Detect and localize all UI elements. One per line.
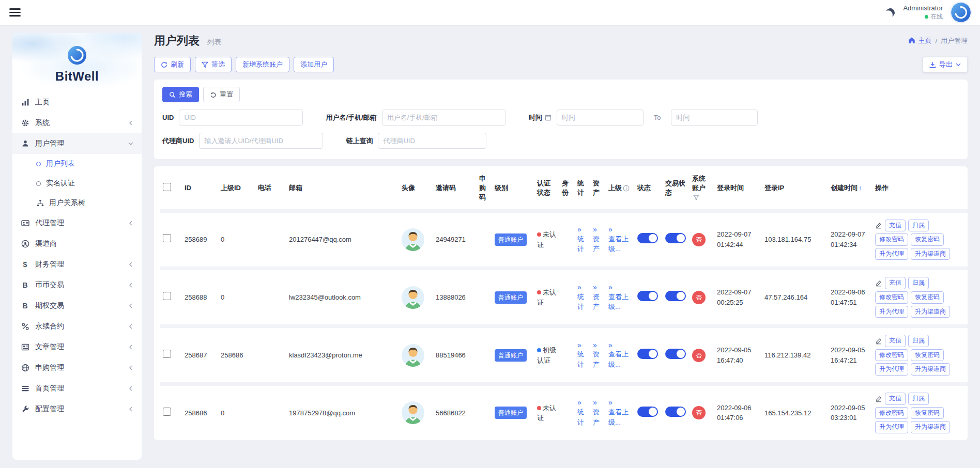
row-checkbox[interactable] [163,292,171,300]
view-parent-link[interactable]: »查看上级... [608,225,632,254]
restore-password-button[interactable]: 恢复密码 [911,407,944,419]
trade-status-toggle[interactable] [665,349,686,359]
filter-funnel-icon[interactable] [693,195,699,201]
trade-status-toggle[interactable] [665,407,686,417]
stats-link[interactable]: »统计 [577,398,588,427]
promote-channel-button[interactable]: 升为渠道商 [911,421,950,433]
sidebar-item-kyc[interactable]: 实名认证 [12,174,142,193]
username-input[interactable] [382,110,506,126]
assets-link[interactable]: »资产 [593,341,603,370]
agent-uid-input[interactable] [199,133,323,149]
change-password-button[interactable]: 修改密码 [875,291,908,304]
sidebar-item-finance[interactable]: $ 财务管理 [12,254,142,275]
belong-button[interactable]: 归属 [908,220,929,232]
row-checkbox[interactable] [163,408,171,416]
row-checkbox[interactable] [163,350,171,358]
agent-uid-field: 代理商UID [162,133,323,149]
view-parent-link[interactable]: »查看上级... [608,398,632,427]
change-password-button[interactable]: 修改密码 [875,407,908,419]
promote-channel-button[interactable]: 升为渠道商 [911,248,950,260]
change-password-button[interactable]: 修改密码 [875,349,908,362]
status-toggle[interactable] [637,407,658,417]
recharge-button[interactable]: 充值 [885,220,906,232]
row-checkbox[interactable] [163,234,171,242]
sidebar-item-spot-trade[interactable]: B 币币交易 [12,275,142,295]
stats-link[interactable]: »统计 [577,225,588,254]
user-avatar-image[interactable] [402,344,424,367]
dark-mode-icon[interactable] [885,7,896,18]
user-avatar[interactable] [951,3,971,22]
belong-button[interactable]: 归属 [908,277,929,289]
add-system-account-button[interactable]: 新增系统账户 [236,57,289,72]
view-parent-link[interactable]: »查看上级... [608,283,632,312]
col-parent-id: 上级ID [218,167,255,211]
user-avatar-image[interactable] [402,401,424,424]
time-from-input[interactable] [557,110,644,126]
sidebar-item-user-management[interactable]: 用户管理 [12,133,142,154]
recharge-button[interactable]: 充值 [885,393,906,405]
chevron-left-icon [128,324,133,329]
chain-query-input[interactable] [378,133,486,149]
sidebar-item-config[interactable]: 配置管理 [12,399,142,419]
recharge-button[interactable]: 充值 [885,277,906,289]
add-user-button[interactable]: 添加用户 [294,57,334,72]
recharge-button[interactable]: 充值 [885,335,906,347]
sidebar-item-article[interactable]: 文章管理 [12,337,142,357]
promote-channel-button[interactable]: 升为渠道商 [911,363,950,376]
reset-button[interactable]: 重置 [203,87,240,102]
menu-toggle-icon[interactable] [9,8,21,17]
sidebar-item-subscription[interactable]: 申购管理 [12,357,142,378]
user-avatar-image[interactable] [402,228,424,251]
promote-agent-button[interactable]: 升为代理 [875,363,908,376]
page-title: 用户列表 [154,34,200,47]
status-toggle[interactable] [637,291,658,301]
sidebar-item-user-list[interactable]: 用户列表 [12,154,142,174]
invite-code-cell: 56686822 [433,384,477,440]
restore-password-button[interactable]: 恢复密码 [911,349,944,362]
assets-link[interactable]: »资产 [593,398,603,427]
sidebar-item-user-tree[interactable]: 用户关系树 [12,193,142,213]
stats-link[interactable]: »统计 [577,341,588,370]
chevron-left-icon [128,221,133,226]
belong-button[interactable]: 归属 [908,335,929,347]
view-parent-link[interactable]: »查看上级... [608,341,632,370]
sidebar-item-option-trade[interactable]: B 期权交易 [12,295,142,316]
restore-password-button[interactable]: 恢复密码 [911,233,944,246]
change-password-button[interactable]: 修改密码 [875,233,908,246]
sidebar-item-homepage[interactable]: 首页管理 [12,378,142,399]
chevron-left-icon [128,345,133,350]
edit-icon[interactable] [875,279,882,287]
time-to-input[interactable] [671,110,758,126]
edit-icon[interactable] [875,395,882,402]
select-all-checkbox[interactable] [163,183,171,191]
breadcrumb-home[interactable]: 主页 [908,36,931,45]
promote-agent-button[interactable]: 升为代理 [875,248,908,260]
sidebar-item-agent-management[interactable]: 代理管理 [12,213,142,233]
edit-icon[interactable] [875,222,882,229]
promote-channel-button[interactable]: 升为渠道商 [911,306,950,318]
assets-link[interactable]: »资产 [593,225,603,254]
sidebar-item-channel[interactable]: 渠道商 [12,233,142,254]
assets-link[interactable]: »资产 [593,283,603,312]
stats-cell: »统计 [575,269,590,326]
status-toggle[interactable] [637,349,658,359]
promote-agent-button[interactable]: 升为代理 [875,306,908,318]
sidebar-item-system[interactable]: 系统 [12,113,142,133]
sidebar-item-home[interactable]: 主页 [12,92,142,113]
user-avatar-image[interactable] [402,286,424,309]
belong-button[interactable]: 归属 [908,393,929,405]
status-toggle[interactable] [637,233,658,243]
restore-password-button[interactable]: 恢复密码 [911,291,944,304]
trade-status-toggle[interactable] [665,233,686,243]
trade-status-toggle[interactable] [665,291,686,301]
export-button[interactable]: 导出 [923,57,968,72]
sidebar-item-perpetual[interactable]: 永续合约 [12,316,142,337]
stats-link[interactable]: »统计 [577,283,588,312]
search-button[interactable]: 搜索 [162,87,199,102]
col-create-time[interactable]: 创建时间↑ [828,167,872,211]
promote-agent-button[interactable]: 升为代理 [875,421,908,433]
uid-input[interactable] [179,110,303,126]
filter-button[interactable]: 筛选 [195,57,232,72]
refresh-button[interactable]: 刷新 [154,57,191,72]
edit-icon[interactable] [875,337,882,345]
